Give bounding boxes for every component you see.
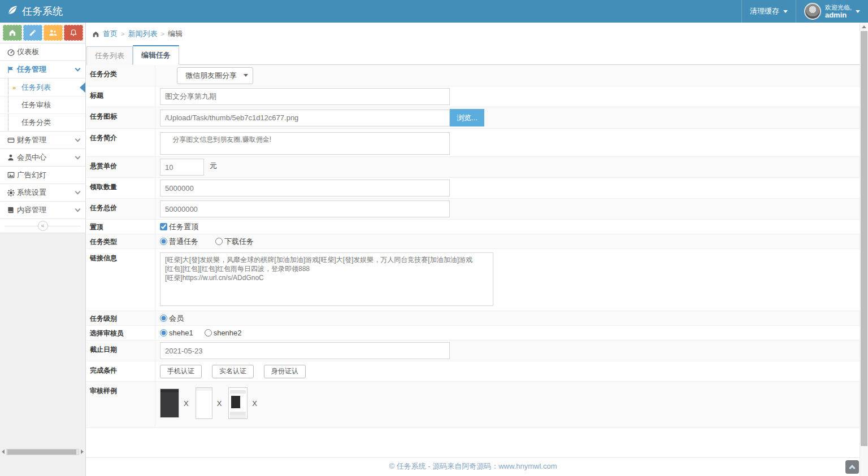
condition-phone-button[interactable]: 手机认证 [160, 365, 202, 378]
edit-shortcut-button[interactable] [23, 25, 42, 41]
category-select[interactable]: 微信朋友圈分享 [177, 67, 253, 84]
delete-sample-link[interactable]: X [217, 399, 222, 408]
top-checkbox[interactable] [160, 223, 167, 230]
price-input[interactable] [160, 159, 204, 176]
reviewer1-label: shehe1 [169, 329, 193, 337]
brand-title: 任务系统 [22, 5, 63, 18]
delete-sample-link[interactable]: X [184, 399, 189, 408]
quantity-input[interactable] [160, 180, 450, 196]
sample-image[interactable] [196, 387, 212, 419]
horizontal-scrollbar-thumb[interactable] [7, 449, 76, 455]
scroll-up-icon[interactable] [862, 25, 866, 28]
vertical-scrollbar-thumb[interactable] [861, 31, 867, 446]
level-member-radio[interactable] [160, 315, 167, 322]
sample-image[interactable] [228, 387, 248, 419]
field-label: 任务图标 [86, 107, 155, 128]
total-price-input[interactable] [160, 200, 450, 217]
browse-button[interactable]: 浏览... [450, 109, 484, 126]
sidebar-item-label: 系统设置 [17, 187, 46, 198]
scroll-right-icon[interactable] [81, 449, 84, 454]
field-label: 领取数量 [86, 178, 155, 198]
reviewer1-radio[interactable] [160, 329, 167, 337]
form-row-quantity: 领取数量 [86, 178, 860, 199]
tab-task-list[interactable]: 任务列表 [86, 46, 133, 65]
sidebar-item-label: 任务分类 [21, 117, 51, 128]
sidebar-shortcuts [0, 23, 85, 43]
sidebar-item-task-category[interactable]: 任务分类 [0, 113, 85, 131]
scroll-left-icon[interactable] [2, 449, 5, 454]
chevron-down-icon [244, 74, 248, 77]
field-label: 任务分类 [86, 65, 155, 86]
sidebar-item-content-management[interactable]: 内容管理 [0, 202, 85, 219]
users-icon [49, 29, 58, 37]
sidebar-item-member-center[interactable]: 会员中心 [0, 149, 85, 167]
type-download-radio[interactable] [215, 238, 223, 245]
type-normal-radio[interactable] [160, 238, 167, 245]
horizontal-scrollbar-track[interactable] [6, 449, 79, 455]
clear-cache-button[interactable]: 清理缓存 [741, 0, 796, 23]
flag-icon [5, 65, 17, 74]
breadcrumb-separator: > [160, 30, 164, 37]
field-label: 置顶 [86, 220, 155, 234]
sidebar-item-label: 任务管理 [17, 64, 46, 75]
spacer [86, 428, 860, 457]
gear-icon [5, 189, 17, 197]
form-row-level: 任务级别 会员 [86, 311, 860, 326]
form-row-intro: 任务简介 分享图文信息到朋友圈,赚取佣金! [86, 129, 860, 157]
users-shortcut-button[interactable] [44, 25, 63, 41]
page: 任务系统 清理缓存 欢迎光临, admin [0, 0, 868, 476]
back-to-top-button[interactable] [845, 460, 859, 474]
sidebar-item-label: 仪表板 [17, 47, 39, 57]
title-input[interactable] [160, 88, 450, 105]
book-icon [5, 206, 17, 214]
form-row-type: 任务类型 普通任务 下载任务 [86, 234, 860, 249]
gauge-icon [5, 48, 17, 56]
condition-idcard-button[interactable]: 身份证认 [264, 365, 306, 378]
brand[interactable]: 任务系统 [0, 5, 63, 19]
user-menu[interactable]: 欢迎光临, admin [796, 0, 868, 23]
sidebar-item-label: 内容管理 [17, 205, 46, 215]
sidebar-item-task-review[interactable]: 任务审核 [0, 96, 85, 113]
sidebar-item-label: 会员中心 [17, 152, 46, 163]
sidebar: 仪表板 任务管理 » 任务列表 任务审核 任务分类 [0, 23, 86, 476]
breadcrumb-section-link[interactable]: 新闻列表 [128, 29, 157, 39]
sidebar-menu: 仪表板 任务管理 » 任务列表 任务审核 任务分类 [0, 43, 85, 233]
breadcrumb: 首页 > 新闻列表 > 编辑 [86, 23, 860, 44]
deadline-input[interactable] [160, 342, 450, 359]
sidebar-item-finance[interactable]: 财务管理 [0, 132, 85, 149]
field-label: 任务类型 [86, 234, 155, 248]
clear-cache-label: 清理缓存 [750, 6, 779, 16]
form-row-price: 悬赏单价 元 [86, 157, 860, 178]
sidebar-item-dashboard[interactable]: 仪表板 [0, 43, 85, 61]
field-label: 标题 [86, 86, 155, 107]
horizontal-scrollbar[interactable] [0, 448, 85, 456]
intro-textarea[interactable]: 分享图文信息到朋友圈,赚取佣金! [160, 132, 450, 155]
chevron-down-icon [75, 66, 81, 72]
vertical-scrollbar[interactable] [860, 23, 868, 476]
delete-sample-link[interactable]: X [252, 399, 257, 408]
condition-realname-button[interactable]: 实名认证 [212, 365, 254, 378]
user-icon [5, 154, 17, 161]
sample-image[interactable] [160, 388, 179, 418]
field-label: 任务级别 [86, 311, 155, 325]
icon-path-input[interactable] [160, 110, 450, 126]
breadcrumb-home-link[interactable]: 首页 [103, 29, 118, 39]
top-checkbox-label: 任务置顶 [169, 222, 198, 232]
tab-edit-task[interactable]: 编辑任务 [133, 45, 179, 65]
field-label: 截止日期 [86, 340, 155, 361]
sidebar-collapse-button[interactable]: « [38, 221, 48, 231]
sidebar-item-task-list[interactable]: » 任务列表 [0, 78, 85, 96]
home-shortcut-button[interactable] [3, 25, 22, 41]
chevron-up-icon [849, 465, 855, 471]
notifications-shortcut-button[interactable] [64, 25, 83, 41]
link-info-textarea[interactable]: [旺柴]大[發]发娱樂，风靡全球的棋牌[加油加油]游戏[旺柴]大[發]发娱樂，万… [160, 252, 493, 306]
active-marker: » [12, 84, 16, 91]
sidebar-item-ad-slides[interactable]: 广告幻灯 [0, 167, 85, 184]
reviewer2-radio[interactable] [205, 329, 212, 337]
wallet-icon [5, 136, 17, 144]
chevron-down-icon [75, 154, 81, 160]
sidebar-item-system-settings[interactable]: 系统设置 [0, 184, 85, 202]
header-right: 清理缓存 欢迎光临, admin [741, 0, 868, 23]
sidebar-item-task-management[interactable]: 任务管理 [0, 61, 85, 78]
pencil-icon [29, 29, 37, 37]
